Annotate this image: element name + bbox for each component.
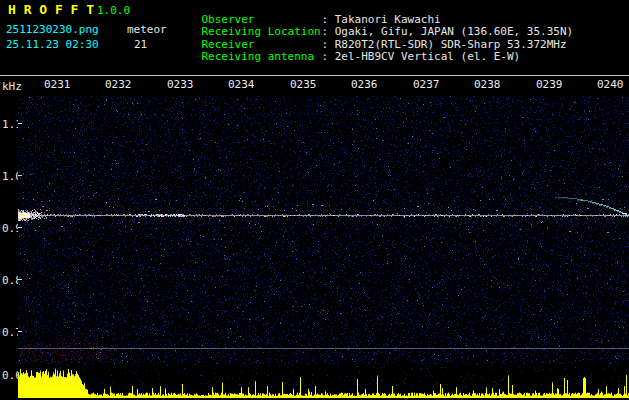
echo-count: 21 [134,39,147,50]
info-row-receiving-antenna: Receiving antenna: 2el-HB9CV Vertical (e… [175,40,520,73]
spectrogram-canvas [18,96,629,364]
x-tick-label: 0239 [536,79,563,90]
x-tick-label: 0235 [290,79,317,90]
info-value: : 2el-HB9CV Vertical (el. E-W) [322,50,521,63]
x-tick-label: 0233 [167,79,194,90]
y-axis-unit-label: kHz [2,81,22,92]
x-tick-label: 0236 [351,79,378,90]
x-tick-label: 0234 [228,79,255,90]
app-version: 1.0.0 [97,5,130,16]
hrofft-output-window: H R O F F T 1.0.0 2511230230.png meteor … [0,0,629,400]
timestamp: 25.11.23 02:30 [6,39,99,50]
header-divider [0,75,629,76]
x-tick-label: 0231 [44,79,71,90]
x-tick-label: 0238 [474,79,501,90]
level-strip-canvas [18,364,629,398]
x-tick-label: 0237 [413,79,440,90]
output-filename: 2511230230.png [6,24,99,35]
app-title: H R O F F T [8,3,94,16]
info-label: Receiving antenna [202,51,322,62]
x-tick-label: 0240 [597,79,624,90]
x-tick-label: 0232 [105,79,132,90]
mode-label: meteor [127,24,167,35]
